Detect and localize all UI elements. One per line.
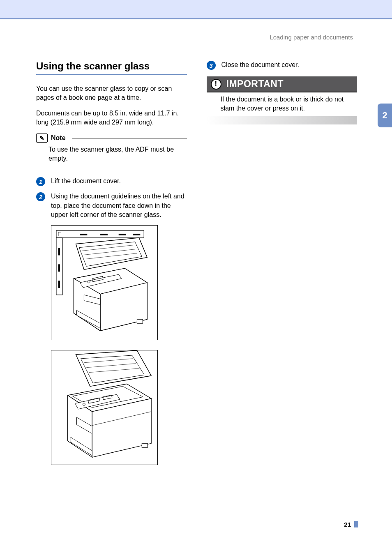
note-body: To use the scanner glass, the ADF must b… — [36, 145, 187, 167]
svg-rect-6 — [119, 234, 126, 235]
figure-scanner-open-angle-view — [51, 350, 187, 465]
page-number-accent — [354, 521, 358, 527]
left-column: Using the scanner glass You can use the … — [36, 60, 187, 475]
svg-rect-42 — [142, 443, 148, 447]
note-pencil-icon: ✎ — [36, 134, 48, 143]
page-number: 21 — [344, 521, 351, 528]
step-3: 3 Close the document cover. — [207, 60, 357, 70]
important-header: ! IMPORTANT — [207, 76, 357, 92]
note-end-rule — [36, 169, 187, 169]
step-number-badge: 2 — [36, 192, 45, 201]
svg-rect-25 — [137, 319, 143, 323]
scanner-illustration-1-icon — [51, 226, 157, 340]
svg-rect-4 — [80, 234, 87, 235]
important-gradient-end — [207, 116, 357, 124]
svg-rect-9 — [58, 264, 60, 272]
scanner-illustration-2-icon — [51, 350, 157, 465]
svg-rect-10 — [58, 281, 60, 288]
svg-rect-8 — [58, 248, 60, 255]
important-label: IMPORTANT — [226, 78, 284, 89]
top-header-band — [0, 0, 392, 18]
step-number-badge: 3 — [207, 61, 216, 70]
two-column-layout: Using the scanner glass You can use the … — [36, 60, 357, 475]
intro-paragraph-2: Documents can be up to 8.5 in. wide and … — [36, 109, 187, 127]
step-2: 2 Using the document guidelines on the l… — [36, 192, 187, 219]
svg-rect-0 — [56, 230, 144, 238]
important-body: If the document is a book or is thick do… — [207, 93, 357, 116]
section-title: Using the scanner glass — [36, 60, 187, 75]
intro-paragraph-1: You can use the scanner glass to copy or… — [36, 84, 187, 102]
page-content: Loading paper and documents Using the sc… — [0, 19, 392, 475]
important-underline — [207, 92, 357, 92]
step-number-badge: 1 — [36, 177, 45, 186]
step-1-text: Lift the document cover. — [51, 177, 121, 186]
exclamation-circle-icon: ! — [211, 79, 221, 90]
step-1: 1 Lift the document cover. — [36, 177, 187, 186]
breadcrumb: Loading paper and documents — [36, 34, 357, 41]
note-header: ✎ Note — [36, 134, 187, 143]
note-block: ✎ Note To use the scanner glass, the ADF… — [36, 134, 187, 169]
svg-rect-7 — [133, 234, 140, 235]
step-3-text: Close the document cover. — [221, 60, 299, 70]
svg-rect-5 — [100, 234, 108, 235]
step-2-text: Using the document guidelines on the lef… — [51, 192, 187, 219]
note-label: Note — [51, 134, 66, 142]
figure-scanner-open-top-view — [51, 225, 187, 340]
important-callout: ! IMPORTANT If the document is a book or… — [207, 76, 357, 124]
right-column: 3 Close the document cover. ! IMPORTANT … — [207, 60, 357, 475]
